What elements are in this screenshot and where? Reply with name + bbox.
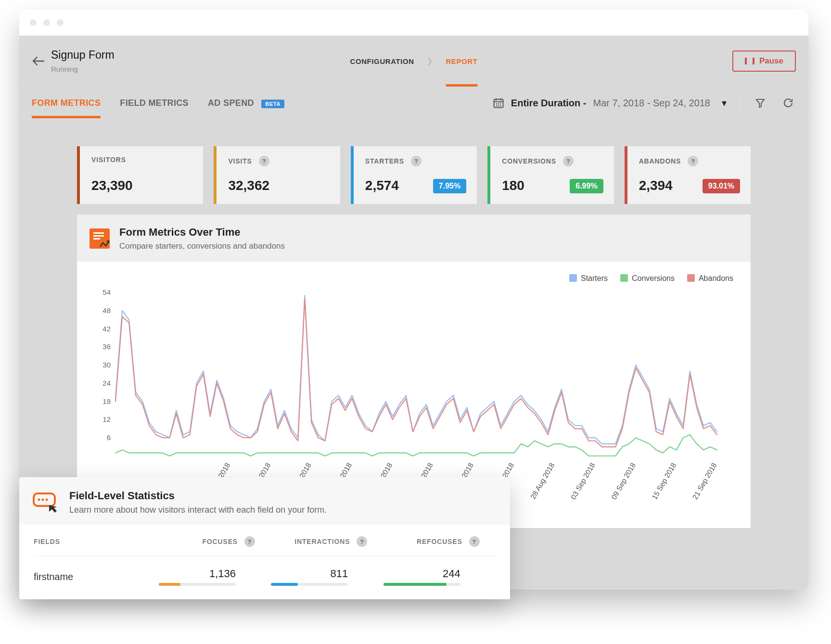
legend-item-abandons[interactable]: Abandons: [687, 274, 733, 283]
field-panel-title: Field-Level Statistics: [69, 490, 327, 502]
cell-value: 244: [443, 568, 460, 580]
cell-value: 1,136: [209, 568, 236, 580]
breadcrumb: CONFIGURATION ❯ REPORT: [350, 57, 477, 65]
field-table-row: firstname 1,136 811 244: [34, 556, 496, 586]
legend-label: Abandons: [699, 274, 733, 282]
kpi-value: 2,574: [365, 178, 399, 193]
kpi-label: CONVERSIONS: [502, 157, 556, 165]
help-icon[interactable]: ?: [357, 536, 367, 547]
kpi-cards: VISITORS 23,390 VISITS? 32,362 STARTERS?…: [77, 146, 751, 204]
help-icon[interactable]: ?: [244, 536, 255, 547]
chevron-down-icon: ▾: [722, 97, 727, 109]
field-panel-head-text: Field-Level Statistics Learn more about …: [69, 490, 327, 515]
legend-label: Starters: [581, 274, 608, 282]
kpi-visitors: VISITORS 23,390: [77, 146, 203, 204]
form-name: Signup Form: [51, 49, 115, 61]
svg-text:36: 36: [102, 342, 111, 351]
svg-point-5: [498, 105, 499, 106]
tab-row: FORM METRICS FIELD METRICS AD SPEND BETA…: [19, 88, 808, 119]
field-level-panel: Field-Level Statistics Learn more about …: [19, 477, 510, 599]
crumb-configuration[interactable]: CONFIGURATION: [350, 57, 414, 65]
svg-text:24: 24: [102, 379, 111, 387]
col-fields: FIELDS: [34, 538, 159, 545]
window-dot: [43, 19, 50, 26]
svg-point-1: [496, 103, 497, 104]
kpi-label: ABANDONS: [639, 157, 681, 165]
help-icon[interactable]: ?: [469, 536, 480, 547]
legend-swatch: [569, 274, 577, 282]
kpi-label: VISITS: [228, 157, 252, 165]
cell-focuses: 1,136: [159, 568, 236, 586]
legend-label: Conversions: [632, 274, 675, 282]
svg-point-34: [38, 498, 40, 501]
date-range-selector[interactable]: Entire Duration - Mar 7, 2018 - Sep 24, …: [493, 97, 727, 109]
help-icon[interactable]: ?: [563, 156, 574, 166]
svg-rect-8: [93, 232, 104, 234]
svg-point-3: [500, 103, 501, 104]
kpi-abandons: ABANDONS? 2,39493.01%: [625, 146, 751, 204]
svg-text:15 Sep 2018: 15 Sep 2018: [650, 461, 678, 501]
cell-interactions: 811: [271, 568, 348, 586]
col-interactions: INTERACTIONS?: [271, 536, 367, 547]
svg-rect-33: [34, 493, 55, 506]
divider: [739, 93, 740, 113]
chart-legend: Starters Conversions Abandons: [91, 274, 733, 283]
header: Signup Form Running CONFIGURATION ❯ REPO…: [19, 36, 808, 88]
svg-text:42: 42: [102, 325, 111, 333]
back-button[interactable]: [32, 54, 45, 68]
pause-label: Pause: [759, 56, 783, 66]
pause-button[interactable]: Pause: [732, 51, 796, 72]
tab-label: FORM METRICS: [32, 98, 101, 108]
titlebar: [19, 10, 808, 36]
svg-text:28 Aug 2018: 28 Aug 2018: [529, 461, 556, 500]
panel-head: Form Metrics Over Time Compare starters,…: [77, 215, 751, 262]
kpi-badge: 6.99%: [570, 179, 603, 193]
kpi-value: 2,394: [639, 178, 673, 193]
legend-item-conversions[interactable]: Conversions: [620, 274, 675, 283]
kpi-value: 180: [502, 178, 524, 193]
panel-head-text: Form Metrics Over Time Compare starters,…: [119, 226, 285, 251]
tab-list: FORM METRICS FIELD METRICS AD SPEND BETA: [32, 88, 284, 118]
kpi-conversions: CONVERSIONS? 1806.99%: [487, 146, 614, 204]
crumb-report[interactable]: REPORT: [446, 57, 477, 65]
col-refocuses: REFOCUSES?: [384, 536, 480, 547]
svg-text:03 Sep 2018: 03 Sep 2018: [569, 461, 597, 501]
input-cursor-icon: [33, 492, 60, 513]
tab-ad-spend[interactable]: AD SPEND BETA: [208, 88, 284, 118]
refresh-button[interactable]: [780, 95, 796, 111]
legend-swatch: [620, 274, 628, 282]
tabrow-right: Entire Duration - Mar 7, 2018 - Sep 24, …: [493, 93, 796, 113]
help-icon[interactable]: ?: [688, 156, 698, 166]
bar-interactions: [271, 583, 348, 586]
kpi-badge: 93.01%: [703, 179, 740, 193]
svg-point-35: [42, 498, 44, 501]
svg-text:18: 18: [102, 397, 111, 405]
line-chart[interactable]: 5448423630241812611 Jul 201817 Jul 20182…: [91, 288, 727, 509]
panel-subtitle: Compare starters, conversions and abando…: [119, 241, 285, 251]
kpi-starters: STARTERS? 2,5747.95%: [351, 146, 477, 204]
help-icon[interactable]: ?: [259, 156, 269, 166]
help-icon[interactable]: ?: [411, 156, 422, 166]
form-status: Running: [51, 65, 115, 73]
col-label: REFOCUSES: [417, 538, 462, 545]
svg-point-6: [500, 105, 501, 106]
svg-point-4: [496, 105, 497, 106]
date-range-value: Mar 7, 2018 - Sep 24, 2018: [593, 98, 711, 109]
bar-refocuses: [384, 583, 460, 586]
refresh-icon: [782, 97, 794, 109]
calendar-icon: [493, 97, 504, 109]
kpi-visits: VISITS? 32,362: [214, 146, 340, 204]
report-icon: [89, 228, 110, 249]
legend-item-starters[interactable]: Starters: [569, 274, 608, 283]
pause-icon: [745, 58, 754, 64]
window-dot: [57, 19, 64, 26]
field-table: FIELDS FOCUSES? INTERACTIONS? REFOCUSES?…: [19, 525, 510, 599]
tab-form-metrics[interactable]: FORM METRICS: [32, 88, 101, 118]
svg-text:48: 48: [102, 306, 111, 315]
svg-text:54: 54: [102, 288, 111, 296]
tab-field-metrics[interactable]: FIELD METRICS: [120, 88, 189, 118]
filter-button[interactable]: [753, 95, 768, 111]
field-panel-head: Field-Level Statistics Learn more about …: [19, 477, 510, 525]
form-header-text: Signup Form Running: [51, 49, 115, 73]
kpi-value: 32,362: [228, 178, 269, 193]
